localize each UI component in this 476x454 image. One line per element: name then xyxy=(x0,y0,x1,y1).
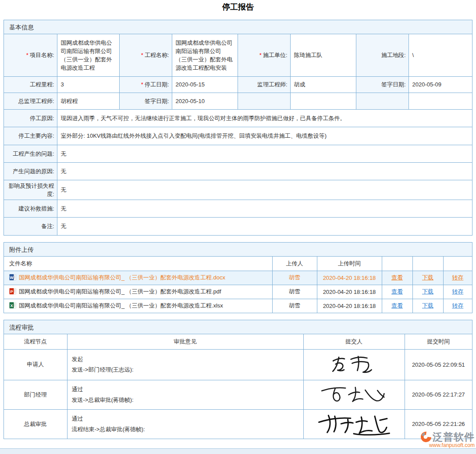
pdf-file-icon: P xyxy=(9,288,16,295)
file-uploader: 胡雪 xyxy=(272,299,317,313)
action-header-empty xyxy=(443,257,472,271)
stop-date-value: 2020-05-15 xyxy=(172,76,238,93)
opinion-route: 发送->部门经理(王志远): xyxy=(72,365,299,375)
empty-value-cell xyxy=(409,93,472,109)
view-link[interactable]: 查看 xyxy=(391,274,403,281)
brand-name: 泛普软件 xyxy=(433,431,475,443)
file-uploader: 胡雪 xyxy=(272,285,317,299)
form-row-remedy: 建议补救措施: 无 xyxy=(4,200,472,217)
file-name: 国网成都成华供电公司南阳运输有限公司_ （三供一业）配套外电源改造工程.xlsx xyxy=(19,302,223,309)
project-problems-label: 工程产生的问题: xyxy=(4,145,57,162)
excel-file-icon: X xyxy=(9,302,16,309)
mileage-value: 3 xyxy=(57,76,119,93)
approval-section: 流程审批 流程节点 审批意见 提交人 提交时间 申请人 发起 发送->部门经理(… xyxy=(4,320,472,439)
fanpu-branding: 泛普软件 www.fanpusoft.com xyxy=(420,431,475,448)
opinion-route: 流程结束->总裁审批(蒋德帧): xyxy=(72,424,299,435)
stop-reason-label: 停工原因: xyxy=(4,109,57,127)
stop-work-report-page: 停工报告 基本信息 *项目名称: 国网成都成华供电公司南阳运输有限公司 （三供一… xyxy=(0,2,476,439)
form-row-stop-content: 停工主要内容: 室外部分: 10KV线路由红线外外线接入点引入变配电间(电缆排管… xyxy=(4,127,472,145)
fanpu-logo-icon xyxy=(420,431,432,443)
form-row-problem-cause: 产生问题的原因: 无 xyxy=(4,162,472,180)
page-bottom-strip xyxy=(0,448,476,454)
project-problems-value: 无 xyxy=(57,145,472,162)
basic-info-table: *项目名称: 国网成都成华供电公司南阳运输有限公司 （三供一业）配套外电源改造工… xyxy=(4,34,472,235)
brand-url: www.fanpusoft.com xyxy=(420,443,475,448)
basic-info-section-title: 基本信息 xyxy=(4,20,472,34)
action-header-empty xyxy=(412,257,443,271)
stop-main-content-label: 停工主要内容: xyxy=(4,127,57,145)
file-upload-time: 2020-04-20 18:16:18 xyxy=(317,299,382,313)
form-row-2: 工程里程: 3 *停工日期: 2020-05-15 监理工程师: 胡成 签字日期… xyxy=(4,76,472,93)
word-file-icon: W xyxy=(9,274,16,281)
project-name-label: *项目名称: xyxy=(4,34,57,76)
submit-time: 2020-05-05 22:17:27 xyxy=(405,380,472,409)
flow-node: 总裁审批 xyxy=(4,409,67,439)
upload-time-header: 上传时间 xyxy=(317,257,382,271)
attachments-header-row: 文件名称 上传人 上传时间 xyxy=(4,257,472,271)
attachments-section-title: 附件上传 xyxy=(4,243,472,257)
submit-time: 2020-05-05 22:09:51 xyxy=(405,349,472,380)
required-marker: * xyxy=(259,52,262,58)
opinion-action: 通过 xyxy=(72,414,299,424)
empty-value-cell xyxy=(290,93,356,109)
file-name-header: 文件名称 xyxy=(4,257,272,271)
attachments-section: 附件上传 文件名称 上传人 上传时间 W国网成都成华供电公司南阳运输有限公司_ … xyxy=(4,242,472,313)
attachments-table: 文件名称 上传人 上传时间 W国网成都成华供电公司南阳运输有限公司_ （三供一业… xyxy=(4,257,472,313)
chief-supervising-engineer-value: 胡程程 xyxy=(57,93,119,109)
remedy-suggestion-value: 无 xyxy=(57,200,472,217)
submitter-header: 提交人 xyxy=(303,334,405,349)
engineering-name-label: *工程名称: xyxy=(119,34,172,76)
svg-text:X: X xyxy=(10,304,13,308)
opinion-route: 发送->总裁审批(蒋德帧): xyxy=(72,395,299,405)
svg-text:P: P xyxy=(10,290,13,294)
form-row-project-problems: 工程产生的问题: 无 xyxy=(4,145,472,162)
form-row-remark: 备注: 无 xyxy=(4,217,472,235)
stop-date-label: *停工日期: xyxy=(119,76,172,93)
file-row: W国网成都成华供电公司南阳运输有限公司_ （三供一业）配套外电源改造工程.doc… xyxy=(4,271,472,285)
mileage-label: 工程里程: xyxy=(4,76,57,93)
construction-section-label: 施工地段: xyxy=(356,34,409,76)
construction-unit-label: *施工单位: xyxy=(238,34,290,76)
download-link[interactable]: 下载 xyxy=(422,302,433,309)
approval-row: 总裁审批 通过 流程结束->总裁审批(蒋德帧): xyxy=(4,409,472,439)
project-name-value: 国网成都成华供电公司南阳运输有限公司 （三供一业）配套外电源改造工程 xyxy=(57,34,119,76)
sign-date-2-label: 签字日期: xyxy=(119,93,172,109)
empty-label-cell xyxy=(356,93,409,109)
approval-opinion-header: 审批意见 xyxy=(67,334,303,349)
file-upload-time: 2020-04-20 18:16:18 xyxy=(317,285,382,299)
opinion-action: 发起 xyxy=(72,354,299,365)
view-link[interactable]: 查看 xyxy=(391,302,403,309)
remark-label: 备注: xyxy=(4,217,57,235)
impact-loss-label: 影响及预计损失程度: xyxy=(4,180,57,200)
file-name: 国网成都成华供电公司南阳运输有限公司_ （三供一业）配套外电源改造工程.docx xyxy=(19,274,225,281)
download-link[interactable]: 下载 xyxy=(422,274,433,281)
construction-section-value: \ xyxy=(409,34,472,76)
construction-unit-value: 陈琦施工队 xyxy=(290,34,356,76)
svg-text:W: W xyxy=(10,275,14,280)
remedy-suggestion-label: 建议补救措施: xyxy=(4,200,57,217)
opinion-action: 通过 xyxy=(72,384,299,395)
signature-image xyxy=(317,383,391,407)
required-marker: * xyxy=(141,52,143,58)
save-as-link[interactable]: 转存 xyxy=(452,274,463,281)
approval-row: 申请人 发起 发送->部门经理(王志远): 2020-05-05 22: xyxy=(4,349,472,380)
sign-date-1-value: 2020-05-09 xyxy=(409,76,472,93)
stop-main-content-value: 室外部分: 10KV线路由红线外外线接入点引入变配电间(电缆排管开挖、回填安装电… xyxy=(57,127,472,145)
view-link[interactable]: 查看 xyxy=(391,288,403,295)
save-as-link[interactable]: 转存 xyxy=(452,302,463,309)
supervising-engineer-value: 胡成 xyxy=(290,76,356,93)
download-link[interactable]: 下载 xyxy=(422,288,433,295)
form-row-1: *项目名称: 国网成都成华供电公司南阳运输有限公司 （三供一业）配套外电源改造工… xyxy=(4,34,472,76)
page-title: 停工报告 xyxy=(0,2,476,12)
flow-node-header: 流程节点 xyxy=(4,334,67,349)
chief-supervising-engineer-label: 总监理工程师: xyxy=(4,93,57,109)
approval-row: 部门经理 通过 发送->总裁审批(蒋德帧): 2020-05-05 22 xyxy=(4,380,472,409)
supervising-engineer-label: 监理工程师: xyxy=(238,76,290,93)
submit-time-header: 提交时间 xyxy=(405,334,472,349)
required-marker: * xyxy=(26,52,28,58)
save-as-link[interactable]: 转存 xyxy=(452,288,463,295)
form-row-impact-loss: 影响及预计损失程度: 无 xyxy=(4,180,472,200)
form-row-3: 总监理工程师: 胡程程 签字日期: 2020-05-10 xyxy=(4,93,472,109)
sign-date-2-value: 2020-05-10 xyxy=(172,93,238,109)
empty-label-cell xyxy=(238,93,290,109)
